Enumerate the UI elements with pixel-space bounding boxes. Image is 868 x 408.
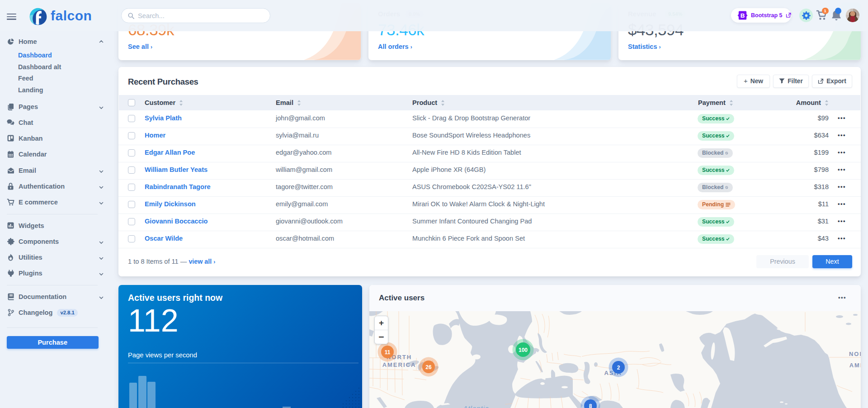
svg-text:AMERICA: AMERICA — [382, 361, 416, 368]
svg-text:AMERICA: AMERICA — [849, 362, 861, 369]
svg-text:Atlantic: Atlantic — [462, 404, 489, 408]
svg-text:100: 100 — [519, 347, 528, 353]
svg-text:11: 11 — [385, 349, 391, 356]
svg-text:B: B — [741, 12, 745, 19]
svg-text:26: 26 — [425, 364, 432, 370]
svg-text:2: 2 — [617, 365, 620, 371]
svg-text:NORTH: NORTH — [849, 351, 861, 357]
svg-text:8: 8 — [589, 403, 592, 408]
